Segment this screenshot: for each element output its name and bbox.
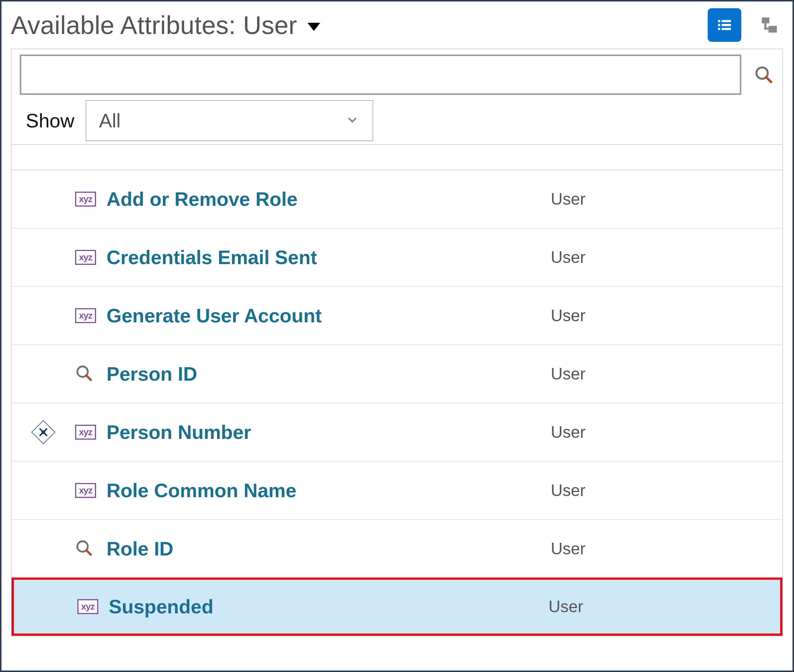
attribute-label: Suspended: [107, 595, 549, 618]
panel-title: Available Attributes: User: [11, 10, 297, 40]
attribute-category: User: [549, 597, 780, 616]
attribute-row[interactable]: Role IDUser: [11, 520, 783, 578]
show-select-value: All: [99, 109, 121, 132]
attribute-category: User: [551, 365, 783, 383]
xyz-type-icon: xyz: [75, 425, 96, 440]
xyz-type-icon: xyz: [75, 192, 96, 206]
lookup-type-icon: [75, 364, 93, 384]
attribute-category: User: [551, 539, 783, 558]
attribute-row[interactable]: xyzPerson NumberUser: [11, 403, 783, 462]
xyz-type-icon: xyz: [75, 250, 96, 265]
svg-rect-6: [762, 18, 769, 24]
show-select[interactable]: All: [86, 100, 373, 141]
attribute-row[interactable]: xyzGenerate User AccountUser: [11, 287, 783, 345]
svg-rect-3: [722, 24, 731, 26]
attribute-label: Credentials Email Sent: [105, 246, 551, 269]
attribute-label: Generate User Account: [105, 304, 551, 327]
row-type-icon-cell: xyz: [75, 308, 105, 323]
tree-view-button[interactable]: [759, 15, 780, 35]
attribute-label: Add or Remove Role: [105, 188, 551, 210]
attribute-category: User: [551, 423, 783, 442]
row-type-icon-cell: xyz: [75, 425, 105, 440]
row-type-icon-cell: xyz: [75, 483, 105, 498]
chevron-down-icon: [345, 109, 360, 132]
attribute-category: User: [551, 248, 783, 267]
svg-rect-9: [765, 28, 770, 30]
attribute-row[interactable]: xyzRole Common NameUser: [11, 462, 783, 520]
list-view-button[interactable]: [708, 8, 741, 42]
attribute-category: User: [551, 306, 783, 325]
attribute-row[interactable]: xyzCredentials Email SentUser: [11, 229, 783, 287]
search-button[interactable]: [752, 64, 775, 86]
row-prefix: [11, 424, 75, 441]
attribute-category: User: [551, 190, 783, 208]
required-icon: [31, 420, 55, 444]
attribute-label: Person Number: [105, 421, 551, 443]
dropdown-caret-icon: [307, 23, 320, 31]
tree-icon: [759, 15, 780, 35]
available-attributes-panel: Available Attributes: User: [0, 0, 794, 672]
panel-header: Available Attributes: User: [11, 5, 783, 48]
svg-line-11: [766, 77, 771, 82]
attribute-list: xyzAdd or Remove RoleUserxyzCredentials …: [11, 170, 783, 636]
view-toggle-group: [708, 8, 783, 42]
attribute-label: Role Common Name: [105, 479, 551, 502]
row-type-icon-cell: [75, 539, 105, 558]
attribute-list-container: Show All xyzAdd or Remove RoleUserxyzCre…: [11, 48, 783, 637]
search-row: [11, 49, 783, 100]
svg-rect-1: [722, 20, 731, 22]
row-type-icon-cell: [75, 364, 105, 384]
lookup-type-icon: [75, 539, 93, 558]
attribute-row[interactable]: xyzSuspendedUser: [11, 578, 783, 636]
attribute-label: Person ID: [105, 363, 551, 385]
svg-rect-4: [718, 28, 720, 30]
svg-rect-2: [718, 24, 720, 26]
filter-row: Show All: [11, 100, 783, 145]
svg-line-15: [86, 550, 91, 555]
show-label: Show: [26, 109, 74, 132]
xyz-type-icon: xyz: [75, 308, 96, 323]
svg-line-13: [86, 375, 91, 380]
attribute-label: Role ID: [105, 538, 551, 560]
attribute-row[interactable]: xyzAdd or Remove RoleUser: [11, 170, 783, 229]
xyz-type-icon: xyz: [77, 599, 98, 614]
panel-title-group[interactable]: Available Attributes: User: [11, 10, 320, 40]
search-icon: [754, 65, 773, 85]
spacer-row: [11, 145, 783, 170]
attribute-row[interactable]: Person IDUser: [11, 345, 783, 403]
svg-rect-7: [768, 26, 777, 32]
attribute-category: User: [551, 481, 783, 500]
search-input[interactable]: [20, 54, 741, 95]
svg-rect-5: [722, 28, 731, 30]
row-type-icon-cell: xyz: [75, 250, 105, 265]
row-type-icon-cell: xyz: [75, 192, 105, 206]
svg-rect-0: [718, 20, 720, 22]
row-type-icon-cell: xyz: [77, 599, 107, 614]
xyz-type-icon: xyz: [75, 483, 96, 498]
list-icon: [716, 16, 733, 34]
